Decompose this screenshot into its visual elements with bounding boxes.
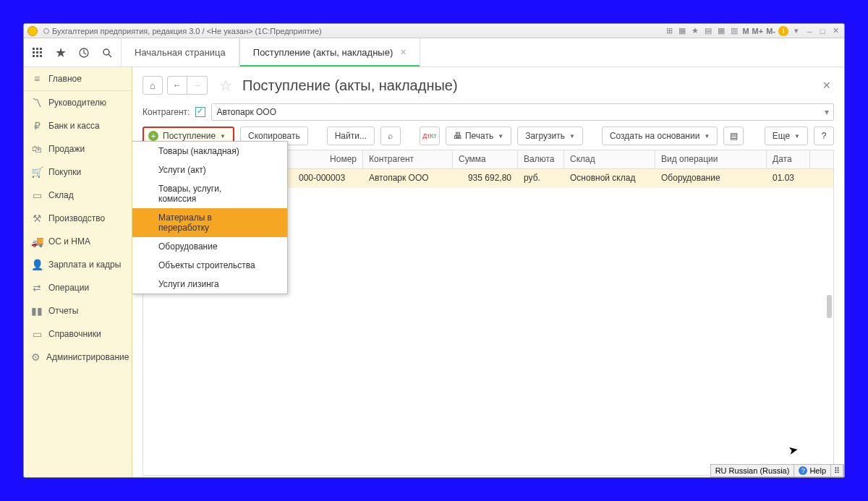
dropdown-item[interactable]: Услуги лизинга	[132, 275, 287, 294]
th-warehouse[interactable]: Склад	[564, 150, 655, 168]
nav-back-button[interactable]: ←	[167, 76, 187, 95]
toolbar-icon[interactable]: ⊞	[664, 26, 674, 36]
print-button[interactable]: 🖶Печать▼	[446, 127, 511, 145]
svg-rect-6	[33, 55, 35, 57]
sidebar-label: Руководителю	[48, 98, 106, 108]
sidebar-item-admin[interactable]: ⚙Администрирование	[24, 346, 132, 369]
sidebar-item-reports[interactable]: ▮▮Отчеты	[24, 299, 132, 322]
tab-home[interactable]: Начальная страница	[121, 38, 239, 67]
dropdown-icon[interactable]: ▾	[825, 107, 829, 117]
favorite-icon[interactable]: ★	[53, 45, 69, 61]
dropdown-item[interactable]: Объекты строительства	[132, 256, 287, 275]
titlebar: Бухгалтерия предприятия, редакция 3.0 / …	[24, 24, 844, 38]
memory-mminus[interactable]: M-	[766, 27, 775, 35]
minimize-icon[interactable]: –	[804, 26, 814, 36]
dropdown-item[interactable]: Товары, услуги, комиссия	[132, 179, 287, 208]
sidebar-label: Зарплата и кадры	[48, 260, 121, 270]
th-optype[interactable]: Вид операции	[655, 150, 767, 168]
dropdown-icon[interactable]: ▾	[791, 26, 801, 36]
cell-number: 000-000003	[293, 169, 363, 188]
load-button[interactable]: Загрузить▼	[517, 127, 583, 145]
gear-icon: ⚙	[31, 351, 41, 363]
button-label: Еще	[773, 131, 790, 141]
filter-input[interactable]: Автопарк ООО ▾	[211, 103, 834, 121]
sidebar: ≡Главное 〽Руководителю ₽Банк и касса 🛍Пр…	[24, 67, 132, 477]
th-currency[interactable]: Валюта	[518, 150, 564, 168]
sidebar-item-main[interactable]: ≡Главное	[24, 67, 132, 91]
sidebar-item-operations[interactable]: ⇄Операции	[24, 276, 132, 299]
info-icon[interactable]: i	[778, 26, 788, 36]
topbar: ★ Начальная страница Поступление (акты, …	[24, 38, 844, 67]
status-language[interactable]: RU Russian (Russia)	[711, 465, 795, 476]
sidebar-item-catalogs[interactable]: ▭Справочники	[24, 322, 132, 346]
main-body: ≡Главное 〽Руководителю ₽Банк и касса 🛍Пр…	[24, 67, 844, 477]
status-help[interactable]: ?Help	[794, 465, 831, 476]
create-based-on-button[interactable]: Создать на основании▼	[602, 127, 718, 145]
dropdown-item-highlighted[interactable]: Материалы в переработку	[132, 208, 287, 237]
history-icon[interactable]	[76, 45, 92, 61]
dt-kt-button[interactable]: ДтКт	[420, 127, 440, 145]
content-header: ⌂ ← → ☆ Поступление (акты, накладные) ✕	[142, 76, 834, 95]
toolbar-icon[interactable]: ▦	[677, 26, 687, 36]
sidebar-label: Главное	[48, 74, 82, 84]
sidebar-item-bank[interactable]: ₽Банк и касса	[24, 114, 132, 137]
app-logo-icon	[27, 26, 38, 36]
bag-icon: 🛍	[31, 143, 43, 155]
star-icon[interactable]: ★	[690, 26, 700, 36]
cell-warehouse: Основной склад	[564, 169, 655, 188]
memory-mplus[interactable]: M+	[752, 27, 764, 35]
calc-icon[interactable]: ▦	[716, 26, 726, 36]
close-icon[interactable]: ✕	[830, 26, 841, 36]
apps-icon[interactable]	[30, 45, 46, 61]
th-sum[interactable]: Сумма	[453, 150, 518, 168]
scrollbar-thumb[interactable]	[827, 295, 832, 318]
status-menu[interactable]: ⠿	[831, 465, 843, 476]
find-button[interactable]: Найти...	[327, 127, 375, 145]
sidebar-label: Справочники	[48, 329, 101, 339]
search-icon[interactable]	[99, 45, 115, 61]
help-button[interactable]: ?	[814, 127, 834, 145]
svg-rect-5	[40, 51, 42, 53]
chart-icon: 〽	[31, 97, 43, 108]
sidebar-item-warehouse[interactable]: ▭Склад	[24, 184, 132, 207]
filter-checkbox[interactable]	[195, 107, 205, 117]
th-counterparty[interactable]: Контрагент	[363, 150, 453, 168]
sidebar-item-sales[interactable]: 🛍Продажи	[24, 137, 132, 160]
sidebar-item-purchases[interactable]: 🛒Покупки	[24, 160, 132, 184]
button-label: Загрузить	[525, 131, 565, 141]
nav-home-button[interactable]: ⌂	[142, 76, 163, 95]
dropdown-item[interactable]: Услуги (акт)	[132, 160, 287, 179]
svg-rect-2	[40, 48, 42, 50]
help-label: ?	[822, 131, 827, 141]
th-date[interactable]: Дата	[767, 150, 810, 168]
more-button[interactable]: Еще▼	[765, 127, 808, 145]
memory-m[interactable]: M	[742, 27, 749, 35]
calendar-icon[interactable]: ▥	[729, 26, 739, 36]
cell-date: 01.03	[767, 169, 810, 188]
dropdown-item[interactable]: Товары (накладная)	[132, 142, 287, 160]
search-clear-icon: ⌕	[388, 131, 393, 141]
dropdown-item[interactable]: Оборудование	[132, 237, 287, 256]
attachment-button[interactable]: ▤	[723, 127, 744, 145]
tab-label: Поступление (акты, накладные)	[253, 47, 393, 58]
statusbar: RU Russian (Russia) ?Help ⠿	[710, 464, 844, 477]
sidebar-item-payroll[interactable]: 👤Зарплата и кадры	[24, 253, 132, 276]
page-title: Поступление (акты, накладные)	[242, 77, 458, 94]
page-close-icon[interactable]: ✕	[820, 77, 834, 94]
clear-find-button[interactable]: ⌕	[380, 127, 401, 145]
favorite-star-icon[interactable]: ☆	[216, 76, 235, 95]
cell-counterparty: Автопарк ООО	[363, 169, 453, 188]
sidebar-item-production[interactable]: ⚒Производство	[24, 207, 132, 230]
chevron-down-icon: ▼	[220, 133, 226, 140]
maximize-icon[interactable]: □	[817, 26, 827, 36]
clipboard-icon[interactable]: ▤	[703, 26, 713, 36]
sidebar-item-manager[interactable]: 〽Руководителю	[24, 91, 132, 114]
ruble-icon: ₽	[31, 120, 43, 132]
nav-forward-button[interactable]: →	[187, 76, 208, 95]
tab-close-icon[interactable]: ✕	[400, 48, 407, 57]
tab-postuplenie[interactable]: Поступление (акты, накладные) ✕	[239, 38, 420, 67]
factory-icon: ⚒	[31, 213, 43, 224]
dropdown-indicator-icon[interactable]	[43, 28, 49, 34]
button-label: Найти...	[335, 131, 367, 141]
sidebar-item-assets[interactable]: 🚚ОС и НМА	[24, 230, 132, 253]
